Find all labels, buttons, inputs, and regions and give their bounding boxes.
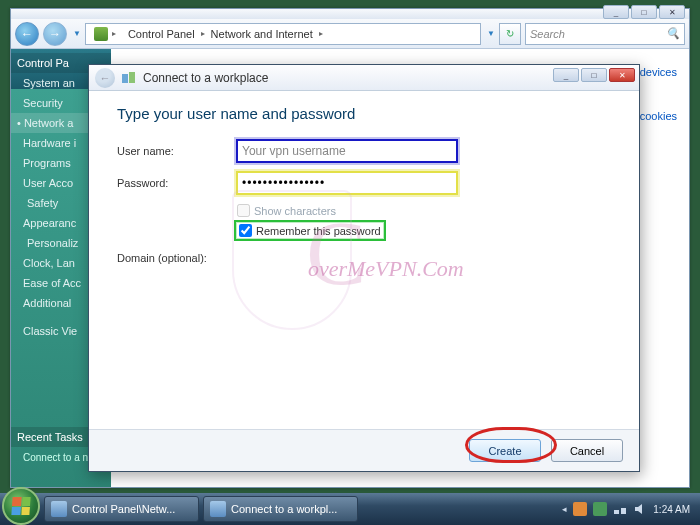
taskbar-item-controlpanel[interactable]: Control Panel\Netw... [44, 496, 199, 522]
cancel-button[interactable]: Cancel [551, 439, 623, 462]
tray-hide-icon[interactable]: ◂ [562, 504, 567, 514]
navigation-bar: ← → ▼ ▸ Control Panel▸ Network and Inter… [11, 19, 689, 49]
dialog-body: Type your user name and password User na… [89, 91, 639, 429]
network-icon[interactable] [613, 502, 627, 516]
dialog-footer: Create Cancel [89, 429, 639, 471]
password-input[interactable] [237, 172, 457, 194]
breadcrumb-seg-1[interactable]: Control Panel [122, 28, 201, 40]
workplace-icon [121, 70, 137, 86]
svg-rect-1 [129, 72, 135, 83]
taskbar-item-label: Connect to a workpl... [231, 503, 337, 515]
tray-app-icon-2[interactable] [593, 502, 607, 516]
show-characters-checkbox [237, 204, 250, 217]
forward-button[interactable]: → [43, 22, 67, 46]
system-tray: ◂ 1:24 AM [562, 502, 696, 516]
svg-rect-3 [593, 502, 607, 516]
dialog-back-button[interactable]: ← [95, 68, 115, 88]
breadcrumb[interactable]: ▸ Control Panel▸ Network and Internet▸ [85, 23, 481, 45]
svg-rect-0 [122, 74, 128, 83]
taskbar: Control Panel\Netw... Connect to a workp… [0, 493, 700, 525]
dialog-maximize-button[interactable]: □ [581, 68, 607, 82]
connect-workplace-dialog: ← Connect to a workplace _ □ ✕ Type your… [88, 64, 640, 472]
close-button[interactable]: ✕ [659, 5, 685, 19]
windows-logo-icon [11, 497, 30, 515]
dialog-minimize-button[interactable]: _ [553, 68, 579, 82]
create-button[interactable]: Create [469, 439, 541, 462]
taskbar-item-label: Control Panel\Netw... [72, 503, 175, 515]
back-button[interactable]: ← [15, 22, 39, 46]
history-dropdown-icon[interactable]: ▼ [73, 29, 81, 38]
breadcrumb-seg-2[interactable]: Network and Internet [205, 28, 319, 40]
search-icon: 🔍 [666, 27, 680, 40]
start-button[interactable] [2, 487, 40, 525]
tray-app-icon-1[interactable] [573, 502, 587, 516]
control-panel-icon [94, 27, 108, 41]
dialog-headline: Type your user name and password [117, 105, 611, 122]
svg-rect-2 [573, 502, 587, 516]
remember-password-label: Remember this password [256, 225, 381, 237]
breadcrumb-dropdown-icon[interactable]: ▼ [487, 29, 495, 38]
svg-rect-4 [614, 510, 619, 514]
username-label: User name: [117, 145, 237, 157]
svg-rect-5 [621, 508, 626, 514]
domain-label: Domain (optional): [117, 252, 237, 264]
explorer-icon [51, 501, 67, 517]
show-characters-label: Show characters [254, 205, 336, 217]
svg-marker-6 [635, 504, 642, 514]
username-input[interactable] [237, 140, 457, 162]
volume-icon[interactable] [633, 502, 647, 516]
wizard-icon [210, 501, 226, 517]
search-placeholder: Search [530, 28, 565, 40]
dialog-title: Connect to a workplace [143, 71, 268, 85]
remember-password-checkbox[interactable] [239, 224, 252, 237]
refresh-button[interactable]: ↻ [499, 23, 521, 45]
search-input[interactable]: Search 🔍 [525, 23, 685, 45]
maximize-button[interactable]: □ [631, 5, 657, 19]
taskbar-item-connect[interactable]: Connect to a workpl... [203, 496, 358, 522]
minimize-button[interactable]: _ [603, 5, 629, 19]
dialog-close-button[interactable]: ✕ [609, 68, 635, 82]
tray-clock[interactable]: 1:24 AM [653, 504, 690, 515]
dialog-titlebar: ← Connect to a workplace _ □ ✕ [89, 65, 639, 91]
password-label: Password: [117, 177, 237, 189]
explorer-titlebar: _ □ ✕ [11, 9, 689, 19]
